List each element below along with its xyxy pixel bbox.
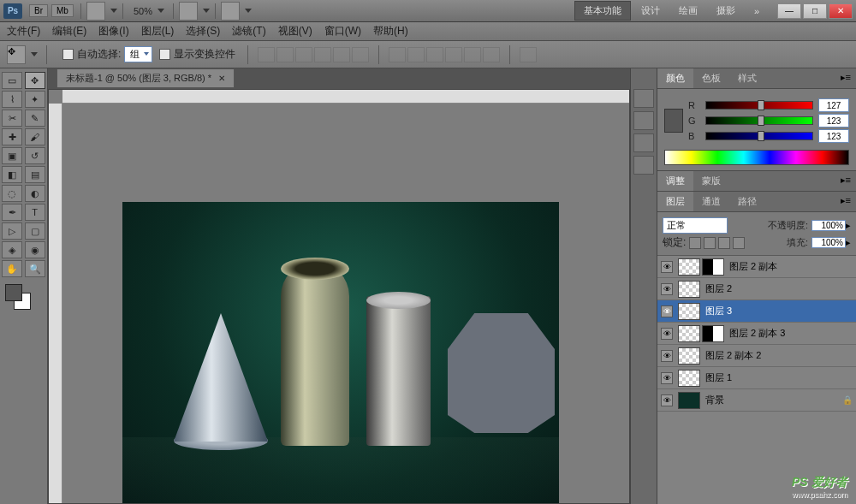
chevron-down-icon[interactable]: [31, 52, 38, 56]
menu-edit[interactable]: 编辑(E): [52, 24, 86, 39]
distribute-icon[interactable]: [483, 47, 500, 62]
shape-tool[interactable]: ▢: [25, 222, 45, 240]
workspace-painting[interactable]: 绘画: [670, 2, 706, 20]
layer-row[interactable]: 👁图层 2 副本 3: [657, 323, 856, 345]
fill-input[interactable]: 100%: [811, 237, 846, 248]
align-icon[interactable]: [333, 47, 350, 62]
bridge-button[interactable]: Br: [29, 4, 48, 17]
align-icon[interactable]: [295, 47, 312, 62]
align-icon[interactable]: [314, 47, 331, 62]
history-brush-tool[interactable]: ↺: [25, 147, 45, 164]
visibility-icon[interactable]: 👁: [661, 328, 673, 340]
opacity-input[interactable]: 100%: [811, 220, 846, 231]
tab-styles[interactable]: 样式: [729, 68, 765, 88]
menu-view[interactable]: 视图(V): [278, 24, 312, 39]
actions-panel-icon[interactable]: [633, 111, 654, 130]
slider-thumb[interactable]: [758, 131, 764, 141]
chevron-down-icon[interactable]: [245, 9, 252, 13]
lock-all-icon[interactable]: [733, 237, 745, 249]
auto-align-icon[interactable]: [520, 47, 537, 62]
minimize-button[interactable]: —: [777, 3, 801, 19]
visibility-icon[interactable]: 👁: [661, 372, 673, 384]
hand-tool[interactable]: ✋: [2, 260, 22, 277]
arrange-icon[interactable]: [179, 2, 198, 21]
minibridge-button[interactable]: Mb: [51, 4, 74, 17]
menu-image[interactable]: 图像(I): [98, 24, 128, 39]
stamp-tool[interactable]: ▣: [2, 147, 22, 164]
maximize-button[interactable]: □: [803, 3, 827, 19]
layer-thumbnail[interactable]: [678, 325, 700, 342]
eraser-tool[interactable]: ◧: [2, 166, 22, 183]
visibility-icon[interactable]: 👁: [661, 305, 673, 317]
tab-layers[interactable]: 图层: [657, 192, 693, 211]
active-color-swatch[interactable]: [664, 109, 683, 133]
visibility-icon[interactable]: 👁: [661, 350, 673, 362]
panel-menu-icon[interactable]: ▸≡: [835, 171, 856, 191]
visibility-icon[interactable]: 👁: [661, 283, 673, 295]
menu-layer[interactable]: 图层(L): [141, 24, 175, 39]
chevron-right-icon[interactable]: ▸: [846, 237, 851, 248]
workspace-more[interactable]: »: [746, 3, 768, 19]
slider-thumb[interactable]: [758, 100, 764, 110]
layer-row[interactable]: 👁图层 2 副本: [657, 256, 856, 278]
blend-mode-select[interactable]: 正常: [663, 217, 728, 234]
zoom-tool[interactable]: 🔍: [25, 260, 45, 277]
tab-swatches[interactable]: 色板: [693, 68, 729, 88]
lock-transparency-icon[interactable]: [689, 237, 701, 249]
show-transform-checkbox[interactable]: [159, 49, 170, 60]
g-slider[interactable]: [705, 116, 813, 125]
3d-tool[interactable]: ◈: [2, 241, 22, 258]
layer-thumbnail[interactable]: [678, 347, 700, 365]
visibility-icon[interactable]: 👁: [661, 261, 673, 273]
mask-thumbnail[interactable]: [702, 258, 724, 276]
auto-select-checkbox[interactable]: [62, 49, 74, 60]
path-tool[interactable]: ▷: [2, 222, 22, 240]
menu-window[interactable]: 窗口(W): [324, 24, 361, 39]
eyedropper-tool[interactable]: ✎: [25, 110, 45, 127]
layer-thumbnail[interactable]: [678, 258, 700, 276]
wand-tool[interactable]: ✦: [25, 91, 45, 108]
layer-thumbnail[interactable]: [678, 392, 700, 409]
b-slider[interactable]: [705, 132, 813, 140]
workspace-design[interactable]: 设计: [633, 2, 669, 20]
zoom-control[interactable]: 50%: [132, 6, 164, 16]
menu-file[interactable]: 文件(F): [7, 24, 40, 39]
brush-panel-icon[interactable]: [633, 133, 654, 152]
layer-row[interactable]: 👁图层 2: [657, 278, 856, 300]
distribute-icon[interactable]: [445, 47, 462, 62]
g-input[interactable]: [818, 114, 849, 127]
foreground-color-swatch[interactable]: [5, 284, 22, 301]
type-tool[interactable]: T: [25, 204, 45, 221]
menu-filter[interactable]: 滤镜(T): [232, 24, 265, 39]
slider-thumb[interactable]: [758, 116, 764, 126]
layer-row[interactable]: 👁图层 2 副本 2: [657, 345, 856, 367]
tab-masks[interactable]: 蒙版: [693, 171, 729, 191]
marquee-tool[interactable]: ▭: [2, 72, 22, 89]
tab-color[interactable]: 颜色: [657, 68, 693, 88]
menu-select[interactable]: 选择(S): [186, 24, 220, 39]
dodge-tool[interactable]: ◐: [25, 185, 45, 202]
ruler-horizontal[interactable]: [62, 90, 629, 104]
view-extras-icon[interactable]: [86, 2, 105, 21]
layer-thumbnail[interactable]: [678, 370, 700, 387]
move-tool-icon[interactable]: ✥: [7, 45, 26, 64]
layer-row[interactable]: 👁背景🔒: [657, 389, 856, 412]
b-input[interactable]: [818, 129, 849, 143]
distribute-icon[interactable]: [389, 47, 406, 62]
r-slider[interactable]: [705, 101, 813, 110]
layer-row[interactable]: 👁图层 1: [657, 367, 856, 389]
r-input[interactable]: [818, 98, 849, 112]
distribute-icon[interactable]: [464, 47, 481, 62]
workspace-essentials[interactable]: 基本功能: [574, 1, 631, 21]
chevron-down-icon[interactable]: [110, 9, 117, 13]
visibility-icon[interactable]: 👁: [661, 394, 673, 406]
screen-mode-icon[interactable]: [221, 2, 240, 21]
brush-tool[interactable]: 🖌: [25, 128, 45, 145]
layer-row[interactable]: 👁图层 3: [657, 300, 856, 323]
history-panel-icon[interactable]: [633, 89, 654, 108]
close-button[interactable]: ✕: [829, 3, 853, 19]
layer-thumbnail[interactable]: [678, 303, 700, 320]
blur-tool[interactable]: ◌: [2, 185, 22, 202]
tab-adjustments[interactable]: 调整: [657, 171, 693, 191]
mask-thumbnail[interactable]: [702, 325, 724, 342]
